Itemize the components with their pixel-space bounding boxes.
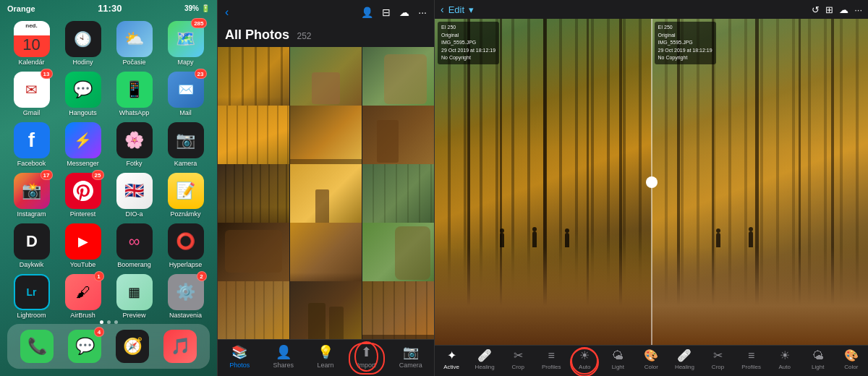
- app-item-dico[interactable]: 🇬🇧 DIO-a: [111, 173, 157, 218]
- photo-thumb[interactable]: [290, 281, 362, 339]
- filter-icon[interactable]: ⊟: [382, 7, 391, 18]
- photos-back-button[interactable]: ‹: [225, 6, 229, 19]
- auto-icon: ☀: [579, 349, 590, 362]
- cloud-icon[interactable]: ☁: [399, 7, 409, 18]
- lr-divider-handle[interactable]: [646, 176, 658, 188]
- lr-tool-auto2[interactable]: ☀ Auto: [769, 349, 801, 370]
- app-label-photos-app: Fotky: [126, 160, 142, 167]
- lr-tool-light2[interactable]: 🌤 Light: [802, 349, 834, 370]
- color2-label: Color: [844, 364, 858, 370]
- photos-tab-import[interactable]: ⬆ Import: [357, 344, 376, 369]
- figure-2: [532, 227, 537, 247]
- lr-share-icon[interactable]: ☁: [839, 4, 848, 15]
- app-item-camera[interactable]: 📷 Kamera: [163, 122, 208, 167]
- app-item-messenger[interactable]: ⚡ Messenger: [60, 122, 106, 167]
- lr-tool-healing2[interactable]: 🩹 Healing: [668, 349, 700, 370]
- app-item-facebook[interactable]: f Facebook: [9, 122, 54, 167]
- shares-tab-icon: 👤: [276, 344, 292, 360]
- import-tab-label: Import: [357, 362, 376, 369]
- app-item-calendar[interactable]: ned. 10 Kalendár: [9, 21, 54, 66]
- photos-topbar: ‹ 👤 ⊟ ☁ ···: [218, 0, 434, 25]
- app-item-weather[interactable]: ⛅ Počasie: [111, 21, 157, 66]
- app-item-mail[interactable]: ✉️ 23 Mail: [163, 72, 208, 116]
- app-item-maps[interactable]: 🗺️ 285 Mapy: [163, 21, 208, 66]
- dock: 📞 💬 4 🧭 🎵: [7, 324, 210, 369]
- dock-phone[interactable]: 📞: [20, 330, 54, 363]
- app-grid: ned. 10 Kalendár 🕙 Hodiny ⛅ Počasie 🗺️ 2…: [0, 17, 217, 323]
- app-item-preview[interactable]: ▦ Preview: [111, 274, 157, 319]
- profiles-label: Profiles: [542, 364, 561, 370]
- lr-tool-color[interactable]: 🎨 Color: [635, 349, 667, 370]
- app-item-notes[interactable]: 📝 Poznámky: [163, 173, 208, 218]
- color-label: Color: [644, 364, 658, 370]
- photos-tab-photos[interactable]: 📚 Photos: [229, 344, 250, 369]
- lr-info-left-label: Original: [441, 32, 495, 40]
- lr-tool-crop2[interactable]: ✂ Crop: [702, 349, 734, 370]
- lr-tool-color2[interactable]: 🎨 Color: [835, 349, 867, 370]
- photos-title: All Photos: [225, 27, 289, 42]
- healing2-label: Healing: [675, 364, 694, 370]
- app-item-photos-app[interactable]: 🌸 Fotky: [111, 122, 157, 167]
- app-item-hangouts[interactable]: 💬 Hangouts: [60, 72, 106, 116]
- dock-messages[interactable]: 💬 4: [68, 330, 101, 363]
- app-item-gmail[interactable]: ✉ 13 Gmail: [9, 72, 54, 116]
- app-label-messenger: Messenger: [67, 160, 99, 167]
- lr-info-right-copyright: No Copyright: [658, 54, 712, 62]
- photo-thumb[interactable]: [218, 281, 289, 339]
- lr-tool-healing[interactable]: 🩹 Healing: [469, 349, 501, 370]
- lr-more-icon[interactable]: ···: [854, 4, 862, 15]
- photos-tab-learn[interactable]: 💡 Learn: [318, 344, 334, 369]
- battery-icon: 🔋: [201, 4, 210, 12]
- app-item-dash[interactable]: D Daykwik: [9, 223, 54, 268]
- photos-tab-camera[interactable]: 📷 Camera: [399, 344, 422, 369]
- learn-tab-label: Learn: [318, 362, 334, 369]
- app-label-settings: Nastavenia: [169, 312, 202, 319]
- figure-5: [749, 227, 753, 247]
- lr-rotate-icon[interactable]: ↺: [812, 4, 820, 15]
- photo-thumb[interactable]: [362, 281, 434, 339]
- lr-tool-active[interactable]: ✦ Active: [435, 349, 467, 370]
- color-icon: 🎨: [644, 349, 658, 362]
- lr-tool-auto[interactable]: ☀ Auto: [569, 349, 600, 370]
- lr-dropdown-icon[interactable]: ▾: [469, 4, 474, 15]
- app-item-clock[interactable]: 🕙 Hodiny: [60, 21, 106, 66]
- dock-music[interactable]: 🎵: [163, 330, 197, 363]
- dock-safari[interactable]: 🧭: [116, 330, 149, 363]
- person-icon[interactable]: 👤: [361, 7, 373, 18]
- color2-icon: 🎨: [844, 349, 859, 362]
- lr-grid-icon[interactable]: ⊞: [825, 4, 833, 15]
- lr-back-button[interactable]: ‹: [441, 4, 444, 15]
- app-item-pinterest[interactable]: 25 Pinterest: [60, 173, 106, 218]
- app-label-youtube: YouTube: [70, 261, 95, 268]
- lr-tool-crop[interactable]: ✂ Crop: [502, 349, 534, 370]
- figure-3: [565, 228, 569, 247]
- active-label: Active: [443, 364, 459, 370]
- app-label-mail: Mail: [179, 109, 192, 116]
- lr-tool-light[interactable]: 🌤 Light: [602, 349, 634, 370]
- app-item-boomerang[interactable]: ∞ Boomerang: [111, 223, 157, 268]
- lr-split-divider[interactable]: [651, 19, 652, 345]
- app-item-youtube[interactable]: ▶ YouTube: [60, 223, 106, 268]
- camera-tab-label: Camera: [399, 362, 422, 369]
- app-item-lightroom[interactable]: Lr Lightroom: [9, 274, 54, 319]
- lr-info-left-date: 29 Oct 2019 at 18:12:19: [441, 47, 495, 55]
- lr-tool-profiles2[interactable]: ≡ Profiles: [736, 349, 767, 370]
- lr-topbar: ‹ Edit ▾ ↺ ⊞ ☁ ···: [435, 0, 868, 19]
- lr-tool-profiles[interactable]: ≡ Profiles: [535, 349, 567, 370]
- app-item-whatsapp[interactable]: 📱 WhatsApp: [111, 72, 157, 116]
- app-item-hyperlapse[interactable]: ⭕ Hyperlapse: [163, 223, 208, 268]
- app-label-notes: Poznámky: [170, 210, 200, 218]
- app-item-instagram[interactable]: 📸 17 Instagram: [9, 173, 54, 218]
- status-bar: Orange 11:30 39% 🔋: [0, 0, 217, 17]
- app-item-airbrush[interactable]: 🖌 1 AirBrush: [60, 274, 106, 319]
- app-label-hyperlapse: Hyperlapse: [169, 261, 203, 268]
- lr-info-right-date: 29 Oct 2019 at 18:12:19: [658, 47, 712, 55]
- app-label-maps: Mapy: [177, 59, 193, 66]
- more-icon[interactable]: ···: [418, 7, 427, 18]
- app-item-settings[interactable]: ⚙️ 2 Nastavenia: [163, 274, 208, 319]
- app-label-weather: Počasie: [122, 59, 145, 66]
- photos-header: All Photos 252: [218, 25, 434, 47]
- lr-edit-label[interactable]: Edit: [448, 4, 464, 15]
- photos-tab-shares[interactable]: 👤 Shares: [273, 344, 294, 369]
- photos-tab-label: Photos: [229, 362, 250, 369]
